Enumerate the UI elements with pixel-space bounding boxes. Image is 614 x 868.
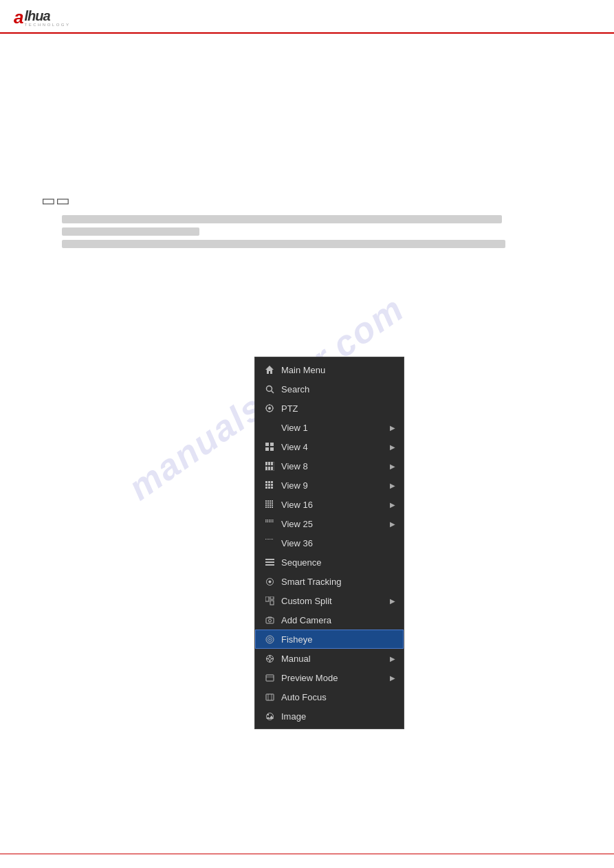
svg-rect-9 — [270, 443, 274, 446]
menu-item-ptz[interactable]: PTZ — [255, 399, 404, 418]
menu-item-view1[interactable]: View 1▶ — [255, 418, 404, 437]
menu-item-view4[interactable]: View 4▶ — [255, 437, 404, 456]
svg-rect-46 — [269, 520, 270, 521]
preview-mode-label: Preview Mode — [281, 673, 390, 683]
view8-label: View 8 — [281, 461, 390, 471]
menu-item-view9[interactable]: View 9▶ — [255, 476, 404, 495]
svg-rect-17 — [271, 467, 273, 470]
search-label: Search — [281, 384, 395, 394]
view8-arrow-icon: ▶ — [390, 463, 395, 470]
svg-rect-65 — [265, 597, 269, 601]
svg-rect-49 — [265, 521, 267, 522]
menu-item-manual[interactable]: Manual▶ — [255, 649, 404, 668]
main-menu-icon — [263, 364, 276, 376]
view16-label: View 16 — [281, 500, 390, 510]
smart-tracking-icon — [263, 575, 276, 588]
view1-arrow-icon: ▶ — [390, 424, 395, 432]
svg-rect-47 — [270, 520, 272, 521]
add-camera-label: Add Camera — [281, 615, 395, 625]
svg-rect-28 — [265, 500, 267, 502]
svg-rect-26 — [268, 487, 270, 489]
sequence-icon — [263, 556, 276, 568]
svg-rect-33 — [267, 502, 269, 504]
svg-point-64 — [268, 580, 271, 583]
menu-item-view16[interactable]: View 16▶ — [255, 495, 404, 514]
view4-label: View 4 — [281, 442, 390, 452]
menu-item-add-camera[interactable]: Add Camera — [255, 610, 404, 630]
svg-rect-24 — [271, 484, 273, 486]
svg-rect-42 — [270, 507, 271, 508]
menu-item-sequence[interactable]: Sequence — [255, 553, 404, 572]
menu-item-fisheye[interactable]: Fisheye — [255, 630, 404, 649]
menu-item-preview-mode[interactable]: Preview Mode▶ — [255, 668, 404, 687]
ptz-icon — [263, 402, 276, 414]
svg-rect-13 — [268, 462, 270, 465]
text-bar-1 — [62, 215, 502, 223]
svg-rect-34 — [270, 502, 271, 504]
menu-item-view36[interactable]: View 36 — [255, 533, 404, 553]
main-menu-label: Main Menu — [281, 365, 395, 375]
svg-rect-61 — [265, 561, 274, 563]
menu-item-view8[interactable]: View 8▶ — [255, 456, 404, 476]
custom-split-label: Custom Split — [281, 596, 390, 606]
menu-item-auto-focus[interactable]: Auto Focus — [255, 687, 404, 706]
menu-item-search[interactable]: Search — [255, 379, 404, 399]
fisheye-icon — [263, 633, 276, 645]
menu-item-smart-tracking[interactable]: Smart Tracking — [255, 572, 404, 591]
svg-rect-57 — [270, 539, 270, 539]
svg-rect-48 — [272, 520, 274, 521]
view8-icon — [263, 460, 276, 472]
view16-icon — [263, 498, 276, 511]
preview-mode-arrow-icon: ▶ — [390, 674, 395, 682]
svg-rect-56 — [268, 539, 269, 539]
svg-rect-25 — [265, 487, 267, 489]
svg-point-85 — [267, 713, 268, 715]
view9-icon — [263, 479, 276, 491]
svg-rect-55 — [267, 539, 267, 539]
sequence-label: Sequence — [281, 557, 395, 568]
menu-item-image[interactable]: Image — [255, 706, 404, 726]
menu-item-main-menu[interactable]: Main Menu — [255, 360, 404, 379]
svg-rect-35 — [272, 502, 273, 504]
view36-label: View 36 — [281, 538, 395, 548]
svg-point-74 — [268, 657, 271, 660]
menu-item-custom-split[interactable]: Custom Split▶ — [255, 591, 404, 610]
manual-arrow-icon: ▶ — [390, 655, 395, 663]
menu-item-view25[interactable]: View 25▶ — [255, 514, 404, 533]
view16-arrow-icon: ▶ — [390, 501, 395, 509]
svg-rect-23 — [268, 484, 270, 486]
svg-rect-21 — [271, 481, 273, 483]
text-bars — [62, 215, 573, 248]
view36-icon — [263, 537, 276, 549]
logo-a-icon: a — [14, 7, 23, 28]
svg-rect-39 — [272, 504, 273, 506]
svg-rect-29 — [267, 500, 269, 502]
svg-point-0 — [266, 386, 272, 391]
fisheye-label: Fisheye — [281, 634, 395, 645]
svg-rect-62 — [265, 564, 274, 566]
svg-rect-27 — [271, 487, 273, 489]
view1-label: View 1 — [281, 423, 390, 433]
auto-focus-label: Auto Focus — [281, 692, 395, 702]
auto-focus-icon — [263, 691, 276, 703]
svg-rect-30 — [270, 500, 271, 502]
svg-rect-81 — [266, 694, 274, 700]
smart-tracking-label: Smart Tracking — [281, 577, 395, 587]
svg-rect-20 — [268, 481, 270, 483]
svg-rect-58 — [271, 539, 272, 539]
svg-rect-8 — [265, 443, 269, 446]
view1-icon — [263, 421, 276, 434]
view25-arrow-icon: ▶ — [390, 520, 395, 528]
svg-rect-44 — [265, 520, 267, 521]
svg-rect-10 — [265, 447, 269, 451]
text-bar-3 — [62, 240, 505, 248]
logo-name: lhua — [24, 9, 70, 23]
svg-rect-43 — [272, 507, 273, 508]
svg-rect-37 — [267, 504, 269, 506]
svg-rect-11 — [270, 447, 274, 451]
svg-rect-15 — [265, 467, 267, 470]
svg-rect-53 — [272, 521, 274, 522]
view25-label: View 25 — [281, 519, 390, 529]
preview-mode-icon — [263, 671, 276, 684]
svg-point-72 — [269, 638, 270, 640]
